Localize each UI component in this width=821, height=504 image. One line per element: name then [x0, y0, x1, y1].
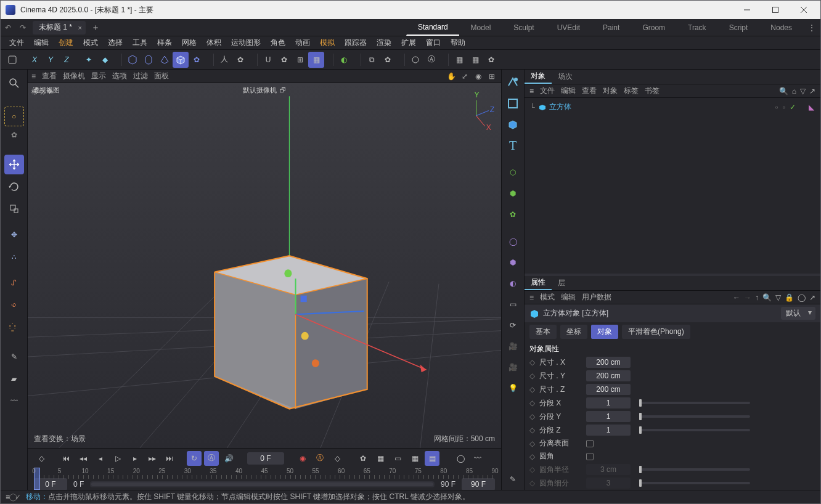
- mode-frame-icon[interactable]: ▭: [504, 294, 522, 315]
- attr-filter-icon[interactable]: ▽: [775, 293, 781, 302]
- mode-edit-icon[interactable]: ✎: [504, 469, 522, 490]
- next-frame-button[interactable]: ▸: [128, 451, 142, 466]
- prop-checkbox[interactable]: [586, 440, 594, 447]
- mode-text-icon[interactable]: T: [504, 135, 522, 156]
- om-menu-item[interactable]: 文件: [540, 86, 555, 95]
- render-view-button[interactable]: ▦: [451, 52, 467, 68]
- minimize-button[interactable]: [733, 1, 761, 18]
- goto-start-button[interactable]: ⏮: [59, 451, 73, 466]
- history-panel-button[interactable]: [4, 52, 20, 68]
- mode-model-icon[interactable]: [504, 72, 522, 93]
- om-search-icon[interactable]: 🔍: [779, 87, 788, 96]
- layout-tab-track[interactable]: Track: [676, 19, 717, 36]
- camera-add-button[interactable]: [407, 52, 423, 68]
- keyframe-diamond-icon[interactable]: ◇: [529, 465, 536, 474]
- range-end-field[interactable]: 90 F: [462, 478, 495, 490]
- keyframe-diamond-icon[interactable]: ◇: [529, 452, 536, 461]
- prop-input[interactable]: [586, 370, 631, 381]
- object-manager-body[interactable]: └ 立方体 ▫ ▫ ✓ ◣: [525, 98, 820, 274]
- prop-input[interactable]: [586, 411, 631, 422]
- overflow-menu-button[interactable]: ⋮: [803, 23, 820, 32]
- workplane-button[interactable]: ▦: [308, 52, 324, 68]
- menu-0[interactable]: 文件: [4, 38, 29, 48]
- tl-opt4-button[interactable]: ▦: [407, 451, 422, 466]
- select-settings-button[interactable]: ✿: [4, 129, 24, 141]
- attr-lock-icon[interactable]: 🔒: [785, 293, 794, 302]
- menu-15[interactable]: 扩展: [396, 38, 421, 48]
- menu-17[interactable]: 帮助: [446, 38, 470, 48]
- om-menu-item[interactable]: 书签: [645, 86, 660, 95]
- menu-1[interactable]: 编辑: [29, 38, 54, 48]
- layout-tab-groom[interactable]: Groom: [631, 19, 676, 36]
- hamburger-icon[interactable]: ≡: [31, 72, 36, 81]
- menu-8[interactable]: 体积: [202, 38, 226, 48]
- attr-popout-icon[interactable]: ↗: [809, 293, 815, 302]
- mode-cube-icon[interactable]: [504, 114, 522, 135]
- mode-edge-icon[interactable]: ⬢: [504, 183, 522, 204]
- layout-tab-script[interactable]: Script: [717, 19, 759, 36]
- menu-13[interactable]: 跟踪器: [340, 38, 372, 48]
- prop-checkbox[interactable]: [586, 453, 594, 460]
- mode-tex-icon[interactable]: ⬢: [504, 252, 522, 273]
- search-tool-button[interactable]: [4, 73, 24, 93]
- next-key-button[interactable]: ▸▸: [145, 451, 160, 466]
- om-menu-item[interactable]: 标签: [624, 86, 639, 95]
- axis-x-button[interactable]: X: [27, 52, 43, 68]
- axis-center-button[interactable]: ◆: [97, 52, 113, 68]
- tl-opt5-button[interactable]: ▤: [425, 451, 439, 466]
- vp-zoom-icon[interactable]: ⤢: [459, 71, 470, 82]
- tab-objects[interactable]: 对象: [525, 70, 552, 84]
- move-tool-button[interactable]: [4, 155, 24, 174]
- layout-tab-uvedit[interactable]: UVEdit: [545, 19, 591, 36]
- sound-button[interactable]: 🔊: [221, 451, 236, 466]
- tab-takes[interactable]: 场次: [552, 70, 579, 84]
- object-row-cube[interactable]: └ 立方体 ▫ ▫ ✓ ◣: [529, 100, 815, 113]
- keyframe-diamond-icon[interactable]: ◇: [529, 412, 536, 421]
- hamburger-icon[interactable]: ≡: [6, 493, 10, 502]
- mode-cam1-icon[interactable]: 🎥: [504, 336, 522, 357]
- keyframe-diamond-icon[interactable]: ◇: [529, 385, 536, 394]
- keyframe-diamond-icon[interactable]: ◇: [529, 399, 536, 407]
- timeline-key-button[interactable]: ◇: [34, 451, 49, 466]
- prop-input[interactable]: [586, 384, 631, 395]
- scatter-tool-button[interactable]: ∴: [4, 247, 24, 267]
- vp-menu-item[interactable]: 摄像机: [63, 71, 85, 80]
- tab-attributes[interactable]: 属性: [525, 276, 552, 290]
- keyframe-diamond-icon[interactable]: ◇: [529, 372, 536, 380]
- menu-10[interactable]: 角色: [266, 38, 290, 48]
- enable-check-icon[interactable]: ✓: [790, 103, 796, 112]
- prev-frame-button[interactable]: ◂: [93, 451, 108, 466]
- prop-input[interactable]: [586, 397, 631, 408]
- attribute-preset-selector[interactable]: 默认: [781, 307, 815, 320]
- close-button[interactable]: [790, 1, 818, 18]
- mode-mat-icon[interactable]: ◐: [504, 273, 522, 294]
- mode-anim-icon[interactable]: ⟳: [504, 315, 522, 336]
- hamburger-icon[interactable]: ≡: [529, 87, 534, 96]
- vis-render-dot[interactable]: ▫: [783, 103, 785, 112]
- tl-opt3-button[interactable]: ▭: [390, 451, 405, 466]
- vp-orbit-icon[interactable]: ◉: [473, 71, 484, 82]
- asset-settings-button[interactable]: ✿: [380, 52, 396, 68]
- attr-tab-1[interactable]: 坐标: [560, 325, 587, 339]
- record-button[interactable]: ◉: [295, 451, 310, 466]
- keyframe-diamond-icon[interactable]: ◇: [529, 439, 536, 448]
- spline-pen-button[interactable]: ᔑ: [4, 273, 24, 293]
- prim-gear-button[interactable]: ✿: [189, 52, 205, 68]
- undo-button[interactable]: ↶: [1, 20, 15, 35]
- mode-light-icon[interactable]: 💡: [504, 378, 522, 399]
- spline-sketch-button[interactable]: ꩜: [4, 295, 24, 315]
- vp-menu-item[interactable]: 显示: [91, 71, 106, 80]
- path-tool-button[interactable]: 〰: [4, 391, 24, 411]
- om-home-icon[interactable]: ⌂: [792, 87, 796, 96]
- spline-brush-button[interactable]: ꙲: [4, 317, 24, 337]
- deform-button[interactable]: 人: [216, 52, 232, 68]
- om-menu-item[interactable]: 对象: [603, 86, 618, 95]
- vp-layout-icon[interactable]: ⊞: [486, 71, 497, 82]
- prim-cube-button[interactable]: [173, 52, 189, 68]
- place-tool-button[interactable]: ✥: [4, 225, 24, 245]
- layout-tab-model[interactable]: Model: [459, 19, 502, 36]
- scale-tool-button[interactable]: [4, 199, 24, 219]
- autokey-button[interactable]: Ⓐ: [204, 451, 219, 466]
- menu-2[interactable]: 创建: [54, 38, 78, 48]
- om-menu-item[interactable]: 查看: [582, 86, 597, 95]
